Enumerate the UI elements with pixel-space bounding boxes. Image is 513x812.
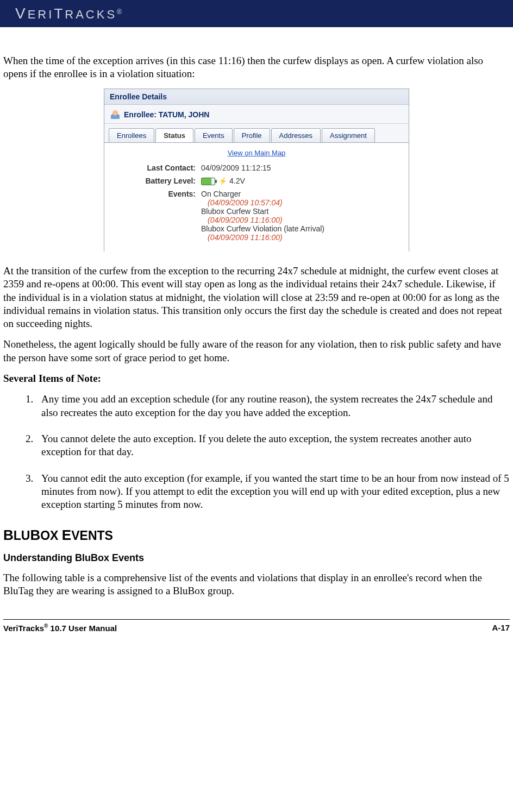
- sub-heading: Understanding BluBox Events: [3, 552, 510, 564]
- tab-profile[interactable]: Profile: [234, 128, 270, 142]
- footer-manual: 10.7 User Manual: [48, 624, 117, 633]
- battery-value: 4.2V: [229, 177, 245, 185]
- sec-head-part-3: E: [62, 527, 71, 543]
- event-timestamp: (04/09/2009 11:16:00): [201, 233, 409, 242]
- paragraph-4: The following table is a comprehensive l…: [3, 571, 510, 598]
- battery-value-cell: ⚡4.2V: [201, 177, 409, 185]
- tab-assignment[interactable]: Assignment: [322, 128, 375, 142]
- brand-registered: ®: [117, 8, 122, 16]
- tab-addresses[interactable]: Addresses: [271, 128, 321, 142]
- enrollee-header: Enrollee: TATUM, JOHN: [104, 105, 409, 124]
- event-item: Blubox Curfew Start: [201, 207, 409, 216]
- enrollee-details-panel: Enrollee Details Enrollee: TATUM, JOHN E…: [104, 89, 409, 251]
- enrollee-label: Enrollee:: [124, 110, 159, 119]
- brand-header: VERITRACKS®: [0, 0, 513, 27]
- note-item-2: You cannot delete the auto exception. If…: [36, 432, 510, 459]
- row-events: Events: On Charger (04/09/2009 10:57:04)…: [104, 187, 409, 244]
- footer-product: VeriTracks: [3, 624, 44, 633]
- tab-body: View on Main Map Last Contact: 04/09/200…: [104, 142, 409, 251]
- note-item-3: You cannot edit the auto exception (for …: [36, 472, 510, 512]
- battery-icon: [201, 178, 215, 185]
- event-item: On Charger: [201, 190, 409, 198]
- bolt-icon: ⚡: [218, 177, 227, 185]
- events-label: Events:: [104, 190, 201, 242]
- battery-label: Battery Level:: [104, 177, 201, 185]
- map-link-row: View on Main Map: [104, 146, 409, 161]
- brand-text-1: ERI: [28, 8, 54, 21]
- paragraph-3: Nonetheless, the agent logically should …: [3, 338, 510, 364]
- paragraph-2: At the transition of the curfew from the…: [3, 265, 510, 331]
- tab-enrollees[interactable]: Enrollees: [109, 128, 154, 142]
- brand-logo: VERITRACKS®: [15, 5, 122, 22]
- intro-paragraph-1: When the time of the exception arrives (…: [3, 54, 510, 81]
- page-footer: VeriTracks® 10.7 User Manual A-17: [3, 619, 510, 633]
- brand-text-2: RACKS: [65, 8, 117, 21]
- row-last-contact: Last Contact: 04/09/2009 11:12:15: [104, 161, 409, 174]
- last-contact-label: Last Contact:: [104, 163, 201, 172]
- person-icon: [111, 110, 120, 119]
- enrollee-value: TATUM, JOHN: [159, 110, 210, 119]
- section-heading-blubox-events: BLUBOX EVENTS: [3, 527, 510, 544]
- events-list: On Charger (04/09/2009 10:57:04) Blubox …: [201, 190, 409, 242]
- sec-head-part-1: B: [3, 527, 14, 543]
- last-contact-value: 04/09/2009 11:12:15: [201, 163, 409, 172]
- event-timestamp: (04/09/2009 10:57:04): [201, 198, 409, 207]
- tab-status[interactable]: Status: [155, 128, 193, 142]
- note-item-1: Any time you add an exception schedule (…: [36, 393, 510, 419]
- notes-list: Any time you add an exception schedule (…: [3, 393, 510, 511]
- sec-head-part-2: B: [30, 527, 40, 543]
- event-timestamp: (04/09/2009 11:16:00): [201, 216, 409, 224]
- row-battery: Battery Level: ⚡4.2V: [104, 174, 409, 187]
- footer-page-number: A-17: [492, 623, 510, 633]
- tab-events[interactable]: Events: [195, 128, 233, 142]
- notes-heading: Several Items of Note:: [3, 372, 510, 385]
- tab-strip: Enrollees Status Events Profile Addresse…: [104, 124, 409, 142]
- event-item: Blubox Curfew Violation (late Arrival): [201, 224, 409, 233]
- view-on-main-map-link[interactable]: View on Main Map: [228, 149, 286, 157]
- footer-left: VeriTracks® 10.7 User Manual: [3, 623, 117, 633]
- panel-title: Enrollee Details: [104, 89, 409, 105]
